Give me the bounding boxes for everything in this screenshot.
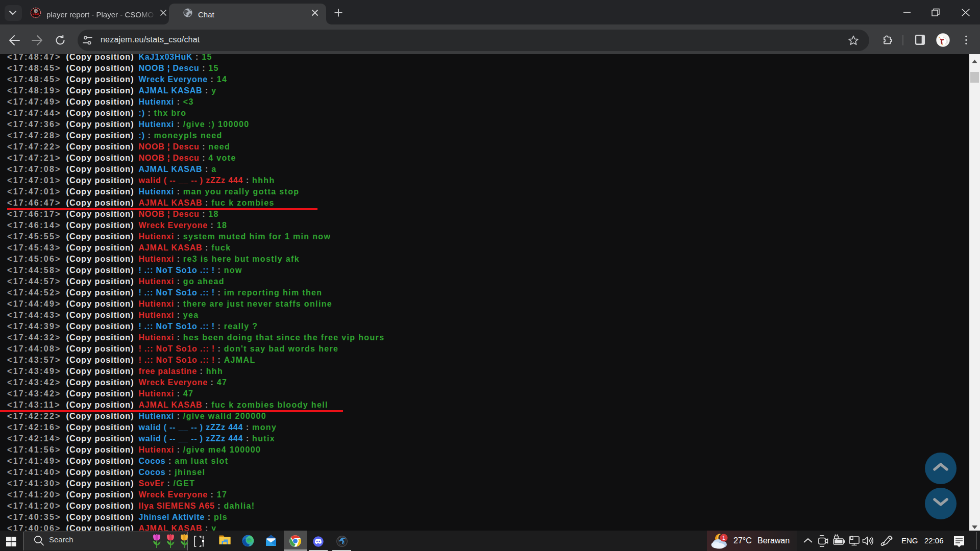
svg-text:1: 1 — [722, 535, 725, 541]
svg-text:cso: cso — [33, 11, 39, 16]
